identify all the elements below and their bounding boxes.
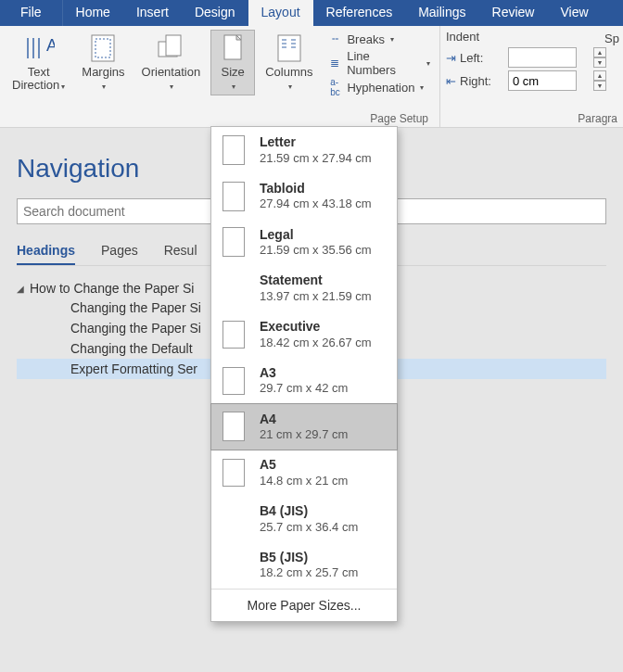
hyphenation-icon: a-bc xyxy=(326,80,343,95)
size-option-title: Legal xyxy=(260,227,372,244)
tab-references[interactable]: References xyxy=(313,0,406,26)
indent-left-input[interactable] xyxy=(508,47,577,68)
indent-left-icon: ⇥ xyxy=(446,51,456,65)
columns-label: Columns xyxy=(265,65,312,79)
more-paper-sizes[interactable]: More Paper Sizes... xyxy=(211,589,397,621)
columns-button[interactable]: Columns▾ xyxy=(259,30,319,95)
line-numbers-icon: ≣ xyxy=(326,56,343,70)
nav-tab-pages[interactable]: Pages xyxy=(101,243,138,265)
size-option-dims: 18.2 cm x 25.7 cm xyxy=(260,565,358,580)
size-option-title: B5 (JIS) xyxy=(260,550,358,566)
indent-right-spinner[interactable]: ▲▼ xyxy=(593,70,617,91)
hyphenation-label: Hyphenation xyxy=(347,81,414,95)
size-label: Size xyxy=(221,65,244,79)
breaks-button[interactable]: ╌ Breaks▾ xyxy=(323,32,434,46)
size-option-dims: 21.59 cm x 27.94 cm xyxy=(260,151,372,166)
tab-insert[interactable]: Insert xyxy=(123,0,182,26)
group-page-setup: A Text Direction▾ Margins▾ Orientation▾ xyxy=(0,26,440,127)
size-option-a4[interactable]: A421 cm x 29.7 cm xyxy=(210,403,398,451)
size-option-dims: 13.97 cm x 21.59 cm xyxy=(260,289,372,304)
hyphenation-button[interactable]: a-bc Hyphenation▾ xyxy=(323,80,434,95)
paragraph-group-label: Paragra xyxy=(446,110,617,125)
indent-right-icon: ⇤ xyxy=(446,74,456,88)
tab-mailings[interactable]: Mailings xyxy=(405,0,478,26)
tab-view[interactable]: View xyxy=(547,0,601,26)
breaks-icon: ╌ xyxy=(326,32,343,46)
indent-left-label: Left: xyxy=(460,51,483,65)
page-thumb-icon xyxy=(222,459,245,487)
size-option-dims: 27.94 cm x 43.18 cm xyxy=(260,197,372,211)
size-option-title: Executive xyxy=(260,319,372,336)
page-thumb-icon xyxy=(222,182,245,211)
size-dropdown-menu: Letter21.59 cm x 27.94 cmTabloid27.94 cm… xyxy=(210,126,398,622)
size-option-title: A5 xyxy=(260,457,348,474)
page-setup-group-label: Page Setup xyxy=(6,110,434,125)
columns-icon xyxy=(273,32,305,64)
orientation-icon xyxy=(155,32,186,64)
svg-text:A: A xyxy=(46,36,55,55)
size-option-dims: 25.7 cm x 36.4 cm xyxy=(260,520,358,535)
orientation-button[interactable]: Orientation▾ xyxy=(135,30,208,95)
size-option-a5[interactable]: A514.8 cm x 21 cm xyxy=(211,450,397,496)
size-option-title: B4 (JIS) xyxy=(260,503,358,520)
orientation-label: Orientation xyxy=(142,65,201,79)
tab-file[interactable]: File xyxy=(0,0,63,26)
text-direction-button[interactable]: A Text Direction▾ xyxy=(6,30,71,95)
size-option-dims: 18.42 cm x 26.67 cm xyxy=(260,336,372,350)
size-option-executive[interactable]: Executive18.42 cm x 26.67 cm xyxy=(211,311,397,358)
page-thumb-icon xyxy=(222,321,245,349)
size-icon xyxy=(217,32,248,64)
group-paragraph: Indent ⇥Left: ▲▼ ⇤Right: ▲▼ Paragra xyxy=(440,26,623,127)
page-thumb-icon xyxy=(222,227,245,257)
page-thumb-icon xyxy=(222,412,245,441)
nav-tab-headings[interactable]: Headings xyxy=(17,243,75,265)
size-option-b5-jis-[interactable]: B5 (JIS)18.2 cm x 25.7 cm xyxy=(211,542,397,589)
text-direction-icon: A xyxy=(23,32,55,64)
size-option-b4-jis-[interactable]: B4 (JIS)25.7 cm x 36.4 cm xyxy=(211,496,397,542)
ribbon: A Text Direction▾ Margins▾ Orientation▾ xyxy=(0,26,623,128)
nav-tab-results[interactable]: Resul xyxy=(164,243,197,265)
size-option-dims: 21.59 cm x 35.56 cm xyxy=(260,243,372,258)
indent-header: Indent xyxy=(446,30,617,44)
size-option-title: A3 xyxy=(260,365,348,382)
indent-right-label: Right: xyxy=(460,74,491,88)
svg-rect-7 xyxy=(166,35,181,56)
breaks-label: Breaks xyxy=(347,32,384,46)
size-option-title: Tabloid xyxy=(260,181,372,197)
size-option-title: A4 xyxy=(260,412,348,428)
size-option-a3[interactable]: A329.7 cm x 42 cm xyxy=(211,358,397,404)
tab-layout[interactable]: Layout xyxy=(248,0,313,26)
svg-rect-9 xyxy=(278,35,300,61)
size-option-title: Statement xyxy=(260,273,372,289)
margins-label: Margins xyxy=(82,65,124,79)
size-option-dims: 29.7 cm x 42 cm xyxy=(260,381,348,396)
text-direction-label: Text Direction▾ xyxy=(12,66,65,93)
size-option-statement[interactable]: Statement13.97 cm x 21.59 cm xyxy=(211,265,397,311)
size-option-legal[interactable]: Legal21.59 cm x 35.56 cm xyxy=(211,220,397,266)
line-numbers-button[interactable]: ≣ Line Numbers▾ xyxy=(323,49,434,77)
size-option-dims: 21 cm x 29.7 cm xyxy=(260,427,348,442)
size-option-title: Letter xyxy=(260,134,372,151)
tab-review[interactable]: Review xyxy=(479,0,548,26)
margins-button[interactable]: Margins▾ xyxy=(75,30,131,95)
margins-icon xyxy=(87,32,119,64)
indent-left-spinner[interactable]: ▲▼ xyxy=(593,47,617,68)
line-numbers-label: Line Numbers xyxy=(347,49,421,77)
tab-bar: File Home Insert Design Layout Reference… xyxy=(0,0,623,26)
tab-design[interactable]: Design xyxy=(182,0,248,26)
size-option-tabloid[interactable]: Tabloid27.94 cm x 43.18 cm xyxy=(211,173,397,220)
indent-right-input[interactable] xyxy=(508,70,577,91)
collapse-triangle-icon[interactable]: ◢ xyxy=(17,284,24,294)
size-button[interactable]: Size▾ xyxy=(210,30,255,95)
page-thumb-icon xyxy=(222,135,245,165)
spacing-header: Sp xyxy=(604,32,619,45)
tab-home[interactable]: Home xyxy=(63,0,123,26)
page-thumb-icon xyxy=(222,367,245,395)
tree-root-label: How to Change the Paper Si xyxy=(30,281,194,296)
size-option-dims: 14.8 cm x 21 cm xyxy=(260,474,348,488)
size-option-letter[interactable]: Letter21.59 cm x 27.94 cm xyxy=(211,127,397,173)
